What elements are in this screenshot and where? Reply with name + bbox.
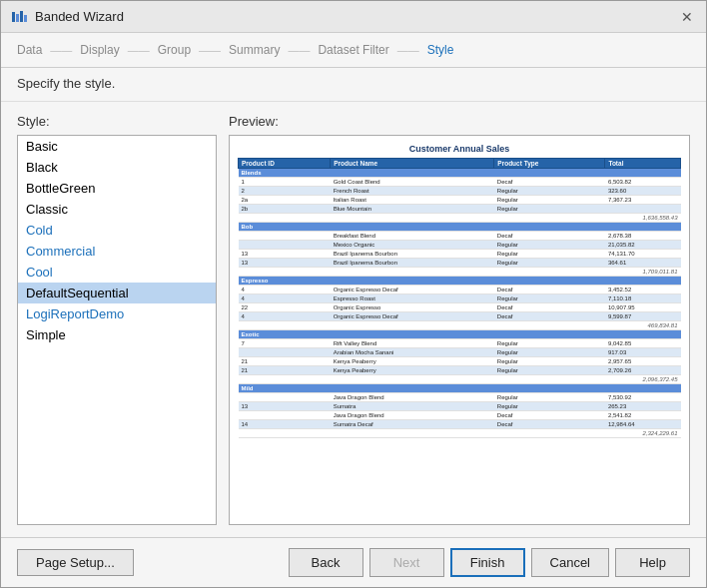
step-sep-5: —— xyxy=(397,44,419,56)
style-item-commercial[interactable]: Commercial xyxy=(18,241,216,262)
step-summary: Summary xyxy=(229,43,280,57)
step-sep-3: —— xyxy=(199,44,221,56)
col-product-id: Product ID xyxy=(239,159,331,169)
style-item-simple[interactable]: Simple xyxy=(18,324,216,345)
footer-left: Page Setup... xyxy=(17,549,134,576)
next-button[interactable]: Next xyxy=(369,548,444,577)
step-sep-2: —— xyxy=(128,44,150,56)
style-item-logireportdemo[interactable]: LogiReportDemo xyxy=(18,303,216,324)
page-setup-button[interactable]: Page Setup... xyxy=(17,549,134,576)
svg-rect-1 xyxy=(16,14,19,22)
style-item-bottlegreen[interactable]: BottleGreen xyxy=(18,178,216,199)
svg-rect-0 xyxy=(12,12,15,22)
style-item-classic[interactable]: Classic xyxy=(18,199,216,220)
footer-bar: Page Setup... Back Next Finish Cancel He… xyxy=(1,537,706,587)
style-item-cool[interactable]: Cool xyxy=(18,262,216,283)
col-product-type: Product Type xyxy=(494,159,605,169)
finish-button[interactable]: Finish xyxy=(450,548,525,577)
main-area: Style: Basic Black BottleGreen Classic C… xyxy=(1,102,706,537)
report-title: Customer Annual Sales xyxy=(238,144,681,154)
step-sep-4: —— xyxy=(288,44,310,56)
svg-rect-2 xyxy=(20,11,23,22)
step-data: Data xyxy=(17,43,42,57)
style-panel-title: Style: xyxy=(17,114,217,129)
title-bar-left: Banded Wizard xyxy=(11,9,124,25)
style-panel: Style: Basic Black BottleGreen Classic C… xyxy=(17,114,217,525)
window-title: Banded Wizard xyxy=(35,9,124,24)
footer-right: Back Next Finish Cancel Help xyxy=(289,548,690,577)
step-group: Group xyxy=(158,43,191,57)
wizard-window: Banded Wizard ✕ Data —— Display —— Group… xyxy=(0,0,707,588)
back-button[interactable]: Back xyxy=(289,548,363,577)
step-dataset-filter: Dataset Filter xyxy=(318,43,388,57)
help-button[interactable]: Help xyxy=(615,548,690,577)
step-style: Style xyxy=(427,43,454,57)
preview-panel: Preview: Customer Annual Sales Product I… xyxy=(229,114,690,525)
close-button[interactable]: ✕ xyxy=(678,8,696,26)
style-item-black[interactable]: Black xyxy=(18,157,216,178)
app-icon xyxy=(11,9,27,25)
style-item-basic[interactable]: Basic xyxy=(18,136,216,157)
svg-rect-3 xyxy=(24,15,27,22)
step-sep-1: —— xyxy=(50,44,72,56)
subtitle: Specify the style. xyxy=(1,68,706,102)
style-list: Basic Black BottleGreen Classic Cold Com… xyxy=(17,135,217,525)
report-table: Product ID Product Name Product Type Tot… xyxy=(238,158,681,438)
report-container: Customer Annual Sales Product ID Product… xyxy=(238,144,681,438)
wizard-steps: Data —— Display —— Group —— Summary —— D… xyxy=(1,33,706,68)
col-total: Total xyxy=(605,159,681,169)
style-item-cold[interactable]: Cold xyxy=(18,220,216,241)
preview-panel-title: Preview: xyxy=(229,114,690,129)
title-bar: Banded Wizard ✕ xyxy=(1,1,706,33)
col-product-name: Product Name xyxy=(331,159,494,169)
style-item-defaultsequential[interactable]: DefaultSequential xyxy=(18,283,216,303)
step-display: Display xyxy=(80,43,119,57)
preview-area: Customer Annual Sales Product ID Product… xyxy=(229,135,690,525)
preview-content: Customer Annual Sales Product ID Product… xyxy=(238,144,681,516)
cancel-button[interactable]: Cancel xyxy=(531,548,609,577)
